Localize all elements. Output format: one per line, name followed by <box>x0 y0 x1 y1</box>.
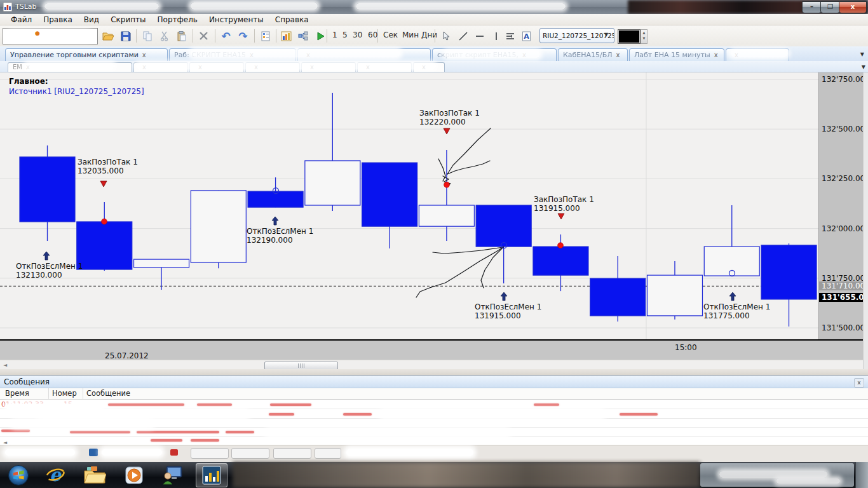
instrument-combo[interactable]: RIU2_120725_120725:- <box>539 28 614 43</box>
toolbar-separator <box>193 29 193 43</box>
redaction-smudge <box>191 50 400 57</box>
tab-label: КабЕНА15/БЛ <box>563 51 613 59</box>
status-button[interactable] <box>273 448 311 459</box>
unit-Сек[interactable]: Сек <box>381 30 400 40</box>
menu-2[interactable]: Правка <box>37 15 78 25</box>
redacted-log-text <box>1 430 30 432</box>
tab-close-icon[interactable]: x <box>616 51 620 58</box>
chart-horizontal-scrollbar[interactable]: ◄ <box>0 360 863 370</box>
combo-dropdown-arrow-icon[interactable]: ▼ <box>604 32 608 37</box>
properties-button[interactable] <box>257 28 273 44</box>
redacted-log-text <box>191 439 219 442</box>
windows-explorer-button[interactable] <box>79 463 111 487</box>
delete-button[interactable] <box>196 28 212 44</box>
redo-icon: ↷ <box>238 30 247 43</box>
toolbar-separator <box>136 29 137 43</box>
horizontal-line-tool-button[interactable] <box>471 28 487 44</box>
tslab-app-button[interactable] <box>196 463 227 487</box>
unit-Мин[interactable]: Мин <box>400 30 421 40</box>
open-folder-button[interactable] <box>100 28 116 44</box>
copy-button[interactable] <box>139 28 155 44</box>
chart-window-button[interactable] <box>278 28 294 44</box>
date-axis-label: 25.07.2012 <box>105 351 149 360</box>
redaction-smudge <box>38 411 248 417</box>
menu-4[interactable]: Скрипты <box>105 15 151 25</box>
redo-button[interactable]: ↷ <box>235 28 251 44</box>
column-message[interactable]: Сообщение <box>86 389 130 398</box>
redacted-log-text <box>270 403 311 406</box>
toolbar-separator <box>276 29 276 43</box>
restore-button[interactable]: ❐ <box>820 1 840 13</box>
panel-splitter[interactable] <box>0 369 868 376</box>
redacted-log-text <box>151 439 182 442</box>
media-player-button[interactable] <box>118 463 150 487</box>
column-number[interactable]: Номер <box>52 389 77 398</box>
scroll-left-arrow-icon[interactable]: ◄ <box>3 362 7 368</box>
messages-close-icon[interactable]: x <box>854 378 864 388</box>
color-swatch-button[interactable] <box>618 29 641 44</box>
menu-7[interactable]: Справка <box>269 15 315 25</box>
trade-dot <box>558 243 564 248</box>
column-separator[interactable] <box>83 388 83 399</box>
save-icon <box>121 31 131 41</box>
swatch-spinner[interactable]: ▲▼ <box>641 29 648 44</box>
tab-overflow-arrow-icon[interactable]: ▼ <box>862 64 865 70</box>
user-session-button[interactable] <box>156 463 188 487</box>
script-diagram-button[interactable] <box>295 28 311 44</box>
status-icon <box>89 449 98 456</box>
workspace-tab-1[interactable]: Управление торговыми скриптамиx <box>5 48 168 61</box>
messages-panel-header[interactable]: Сообщения <box>0 376 868 388</box>
unit-Дни[interactable]: Дни <box>419 30 439 40</box>
levels-tool-button[interactable] <box>502 28 518 44</box>
timeframe-5[interactable]: 5 <box>341 30 349 40</box>
media-player-icon <box>124 465 144 485</box>
lock-dot-icon: ● <box>35 30 40 36</box>
redaction-smudge <box>137 63 435 69</box>
trend-line-tool-button[interactable] <box>455 28 471 44</box>
timeframe-30[interactable]: 30 <box>351 30 364 40</box>
save-button[interactable] <box>118 28 133 44</box>
price-axis[interactable]: 132'750.000132'500.000132'250.000132'000… <box>818 72 864 339</box>
chart-legend-source[interactable]: Источник1 [RIU2_120725_120725] <box>9 87 144 96</box>
copy-icon <box>142 31 153 41</box>
tab-close-icon[interactable]: x <box>714 51 718 58</box>
app-logo-icon <box>3 3 12 11</box>
time-axis[interactable]: 15:00 25.07.2012 <box>0 339 863 361</box>
show-desktop-button[interactable] <box>855 462 868 488</box>
text-label-tool-button[interactable]: A <box>519 28 534 44</box>
level-price-badge: 131'710.000 <box>819 281 864 290</box>
menu-1[interactable]: Файл <box>5 15 37 25</box>
timeframe-1[interactable]: 1 <box>330 30 339 40</box>
menu-6[interactable]: Инструменты <box>203 15 269 25</box>
menu-5[interactable]: Портфель <box>152 15 203 25</box>
text-label-icon: A <box>522 31 531 41</box>
bar-chart-icon <box>281 31 292 41</box>
system-tray[interactable] <box>700 463 854 487</box>
workspace-tab-5[interactable]: КабЕНА15/БЛx <box>558 48 628 61</box>
folder-icon <box>83 466 106 485</box>
column-time[interactable]: Время <box>5 389 29 398</box>
status-button[interactable] <box>191 448 229 459</box>
undo-button[interactable]: ↶ <box>218 28 234 44</box>
paste-button[interactable] <box>173 28 189 44</box>
internet-explorer-button[interactable]: e <box>39 463 71 487</box>
workspace-tab-6[interactable]: Лабт ЕНА 15 минутыx <box>629 48 724 61</box>
menu-3[interactable]: Вид <box>78 15 105 25</box>
minimize-button[interactable]: – <box>802 1 822 13</box>
status-button[interactable] <box>231 448 269 459</box>
script-selector-combo[interactable]: ● <box>3 28 98 44</box>
cursor-tool-button[interactable] <box>438 28 454 44</box>
close-button[interactable]: x <box>839 1 867 13</box>
start-button[interactable] <box>3 463 34 487</box>
trade-dot <box>444 182 450 187</box>
open-folder-icon <box>102 31 114 41</box>
trend-line-icon <box>459 32 468 41</box>
redacted-log-text <box>108 403 184 406</box>
tab-close-icon[interactable]: x <box>142 51 146 58</box>
tab-overflow-arrow-icon[interactable]: ▼ <box>860 51 864 57</box>
column-separator[interactable] <box>48 388 49 399</box>
price-tick-label: 132'750.000 <box>822 75 868 84</box>
status-button[interactable] <box>315 448 341 459</box>
price-tick-label: 132'500.000 <box>822 125 868 133</box>
cut-button[interactable] <box>156 28 172 44</box>
